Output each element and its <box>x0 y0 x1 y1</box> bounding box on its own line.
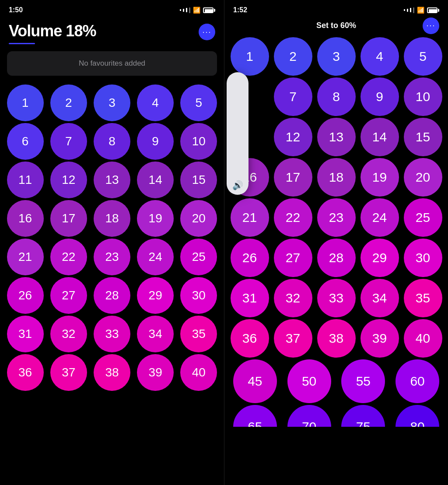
num-btn-40[interactable]: 40 <box>180 354 217 391</box>
right-num-btn-37[interactable]: 37 <box>274 319 312 358</box>
num-btn-30[interactable]: 30 <box>180 277 217 314</box>
num-btn-19[interactable]: 19 <box>137 200 174 237</box>
num-btn-24[interactable]: 24 <box>137 239 174 275</box>
num-btn-13[interactable]: 13 <box>94 162 130 198</box>
right-grid-row-3: 12 13 14 15 <box>228 118 444 156</box>
num-btn-16[interactable]: 16 <box>7 200 44 237</box>
right-grid-row-6: 26 27 28 29 30 <box>228 239 444 277</box>
num-btn-3[interactable]: 3 <box>94 84 130 121</box>
right-num-btn-28[interactable]: 28 <box>317 239 356 277</box>
num-btn-2[interactable]: 2 <box>50 84 87 121</box>
right-num-btn-45[interactable]: 45 <box>233 359 277 403</box>
right-num-btn-36[interactable]: 36 <box>231 319 269 358</box>
right-num-btn-26[interactable]: 26 <box>231 239 269 277</box>
right-grid-row-10: 65 70 75 80 <box>228 405 444 427</box>
right-num-btn-12[interactable]: 12 <box>274 118 312 156</box>
num-btn-38[interactable]: 38 <box>94 354 130 391</box>
num-btn-36[interactable]: 36 <box>7 354 44 391</box>
right-num-btn-29[interactable]: 29 <box>360 239 399 277</box>
num-btn-32[interactable]: 32 <box>50 316 87 352</box>
right-num-btn-18[interactable]: 18 <box>317 158 356 197</box>
num-btn-7[interactable]: 7 <box>50 123 87 160</box>
num-btn-25[interactable]: 25 <box>180 239 217 275</box>
right-num-btn-80[interactable]: 80 <box>396 405 439 427</box>
right-num-btn-7[interactable]: 7 <box>274 77 312 116</box>
right-num-btn-13[interactable]: 13 <box>317 118 356 156</box>
right-num-btn-60[interactable]: 60 <box>396 359 439 403</box>
right-num-btn-35[interactable]: 35 <box>404 279 442 317</box>
num-btn-5[interactable]: 5 <box>180 84 217 121</box>
right-num-btn-17[interactable]: 17 <box>274 158 312 197</box>
right-num-btn-9[interactable]: 9 <box>360 77 399 116</box>
right-num-btn-19[interactable]: 19 <box>360 158 399 197</box>
num-btn-11[interactable]: 11 <box>7 162 44 198</box>
num-btn-12[interactable]: 12 <box>50 162 87 198</box>
right-num-btn-22[interactable]: 22 <box>274 198 312 237</box>
no-favourites-bar: No favourites added <box>7 51 217 76</box>
num-btn-14[interactable]: 14 <box>137 162 174 198</box>
right-num-btn-20[interactable]: 20 <box>404 158 442 197</box>
right-num-btn-34[interactable]: 34 <box>360 279 399 317</box>
num-btn-21[interactable]: 21 <box>7 239 44 275</box>
signal-icon-left <box>180 7 190 13</box>
num-btn-23[interactable]: 23 <box>94 239 130 275</box>
right-num-btn-4[interactable]: 4 <box>360 37 399 76</box>
right-num-btn-8[interactable]: 8 <box>317 77 356 116</box>
num-btn-15[interactable]: 15 <box>180 162 217 198</box>
num-btn-22[interactable]: 22 <box>50 239 87 275</box>
right-num-btn-31[interactable]: 31 <box>231 279 269 317</box>
right-num-btn-24[interactable]: 24 <box>360 198 399 237</box>
num-btn-26[interactable]: 26 <box>7 277 44 314</box>
num-btn-39[interactable]: 39 <box>137 354 174 391</box>
grid-row-1: 1 2 3 4 5 <box>4 84 220 121</box>
right-grid-row-1: 1 2 3 4 5 <box>228 37 444 76</box>
right-num-btn-70[interactable]: 70 <box>287 405 331 427</box>
volume-icon: 🔊 <box>232 180 243 190</box>
right-num-btn-25[interactable]: 25 <box>404 198 442 237</box>
right-num-btn-39[interactable]: 39 <box>360 319 399 358</box>
right-num-btn-5[interactable]: 5 <box>404 37 442 76</box>
num-btn-4[interactable]: 4 <box>137 84 174 121</box>
num-btn-20[interactable]: 20 <box>180 200 217 237</box>
num-btn-9[interactable]: 9 <box>137 123 174 160</box>
num-btn-35[interactable]: 35 <box>180 316 217 352</box>
right-num-btn-2[interactable]: 2 <box>274 37 312 76</box>
right-num-btn-40[interactable]: 40 <box>404 319 442 358</box>
right-panel: 1:52 📶 Set to 60% ··· 🔊 <box>224 0 448 485</box>
right-num-btn-10[interactable]: 10 <box>404 77 442 116</box>
right-num-btn-32[interactable]: 32 <box>274 279 312 317</box>
num-btn-31[interactable]: 31 <box>7 316 44 352</box>
num-btn-10[interactable]: 10 <box>180 123 217 160</box>
num-btn-17[interactable]: 17 <box>50 200 87 237</box>
right-num-btn-3[interactable]: 3 <box>317 37 356 76</box>
volume-slider-track[interactable]: 🔊 <box>227 72 248 195</box>
num-btn-29[interactable]: 29 <box>137 277 174 314</box>
num-btn-27[interactable]: 27 <box>50 277 87 314</box>
right-grid-row-5: 21 22 23 24 25 <box>228 198 444 237</box>
num-btn-6[interactable]: 6 <box>7 123 44 160</box>
num-btn-28[interactable]: 28 <box>94 277 130 314</box>
num-btn-34[interactable]: 34 <box>137 316 174 352</box>
right-num-btn-50[interactable]: 50 <box>287 359 331 403</box>
right-num-btn-30[interactable]: 30 <box>404 239 442 277</box>
right-num-btn-38[interactable]: 38 <box>317 319 356 358</box>
right-num-btn-27[interactable]: 27 <box>274 239 312 277</box>
more-button-right[interactable]: ··· <box>423 18 439 34</box>
right-num-btn-33[interactable]: 33 <box>317 279 356 317</box>
volume-slider-overlay[interactable]: 🔊 <box>224 63 251 204</box>
right-num-btn-15[interactable]: 15 <box>404 118 442 156</box>
right-num-btn-65[interactable]: 65 <box>233 405 277 427</box>
num-btn-1[interactable]: 1 <box>7 84 44 121</box>
right-num-btn-21[interactable]: 21 <box>231 198 269 237</box>
signal-icon-right <box>404 7 414 13</box>
more-button-left[interactable]: ··· <box>199 24 215 40</box>
num-btn-8[interactable]: 8 <box>94 123 130 160</box>
right-num-btn-14[interactable]: 14 <box>360 118 399 156</box>
num-btn-18[interactable]: 18 <box>94 200 130 237</box>
num-btn-37[interactable]: 37 <box>50 354 87 391</box>
right-num-btn-75[interactable]: 75 <box>341 405 385 427</box>
num-btn-33[interactable]: 33 <box>94 316 130 352</box>
right-num-btn-55[interactable]: 55 <box>341 359 385 403</box>
right-num-btn-23[interactable]: 23 <box>317 198 356 237</box>
battery-icon-right <box>427 7 439 13</box>
